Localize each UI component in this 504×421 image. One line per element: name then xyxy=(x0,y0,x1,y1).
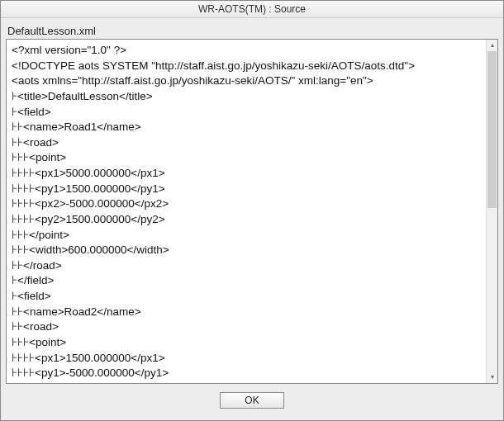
button-row: OK xyxy=(6,384,498,415)
source-line: ⊦⊦</road> xyxy=(12,258,481,274)
source-line: ⊦⊦⊦<point> xyxy=(12,335,481,351)
source-line: ⊦⊦⊦⊦<px1>1500.000000</px1> xyxy=(12,351,481,367)
dialog-content: DefaultLesson.xml <?xml version="1.0" ?>… xyxy=(1,18,503,420)
source-line: <aots xmlns="http://staff.aist.go.jp/yos… xyxy=(12,73,481,89)
source-line: ⊦⊦⊦</point> xyxy=(12,228,481,244)
window-title: WR-AOTS(TM) : Source xyxy=(198,3,306,15)
scroll-down-button[interactable]: ▾ xyxy=(487,371,498,383)
source-line: ⊦⊦⊦<width>600.000000</width> xyxy=(12,243,481,258)
source-line: ⊦<field> xyxy=(12,105,481,121)
source-line: ⊦⊦⊦⊦<px2>-5000.000000</px2> xyxy=(12,196,481,212)
source-line: <!DOCTYPE aots SYSTEM "http://staff.aist… xyxy=(12,59,481,74)
source-line: ⊦⊦<road> xyxy=(12,319,481,335)
source-line: ⊦⊦⊦<point> xyxy=(12,150,481,166)
source-line: ⊦<title>DefaultLesson</title> xyxy=(12,89,481,105)
source-line: <?xml version="1.0" ?> xyxy=(12,43,481,59)
source-line: ⊦⊦<name>Road2</name> xyxy=(12,305,481,320)
source-line: ⊦⊦⊦⊦<py2>1500.000000</py2> xyxy=(12,212,481,228)
source-text[interactable]: <?xml version="1.0" ?><!DOCTYPE aots SYS… xyxy=(7,40,486,383)
filename-label: DefaultLesson.xml xyxy=(6,23,498,39)
scroll-thumb[interactable] xyxy=(487,51,497,208)
source-line: ⊦⊦⊦⊦<py1>1500.000000</py1> xyxy=(12,182,481,197)
ok-button[interactable]: OK xyxy=(220,392,284,409)
source-line: ⊦<field> xyxy=(12,289,481,305)
source-line: ⊦⊦<road> xyxy=(12,135,481,151)
source-line: ⊦⊦⊦⊦<py1>-5000.000000</py1> xyxy=(12,366,481,381)
source-line: ⊦⊦⊦⊦<px1>5000.000000</px1> xyxy=(12,166,481,182)
vertical-scrollbar[interactable]: ▴ ▾ xyxy=(486,40,497,383)
scroll-up-button[interactable]: ▴ xyxy=(487,40,498,51)
window-titlebar: WR-AOTS(TM) : Source xyxy=(1,1,503,18)
source-line: ⊦⊦<name>Road1</name> xyxy=(12,120,481,135)
source-viewer: <?xml version="1.0" ?><!DOCTYPE aots SYS… xyxy=(6,39,498,384)
dialog-window: WR-AOTS(TM) : Source DefaultLesson.xml <… xyxy=(0,0,504,421)
source-line: ⊦</field> xyxy=(12,273,481,289)
